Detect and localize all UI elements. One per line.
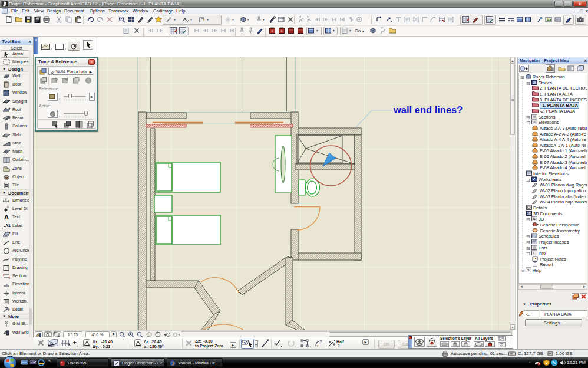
svg-text:3D: 3D (532, 217, 536, 221)
svg-text:A: A (4, 213, 9, 221)
svg-text:wall end lines?: wall end lines? (393, 104, 463, 115)
svg-text:15: 15 (532, 81, 536, 84)
svg-text:i: i (533, 251, 534, 255)
svg-text:3D: 3D (527, 212, 531, 215)
svg-text:A1: A1 (5, 224, 11, 228)
svg-text:12: 12 (5, 197, 8, 200)
svg-text:12: 12 (6, 206, 10, 209)
svg-text:?: ? (527, 268, 529, 272)
